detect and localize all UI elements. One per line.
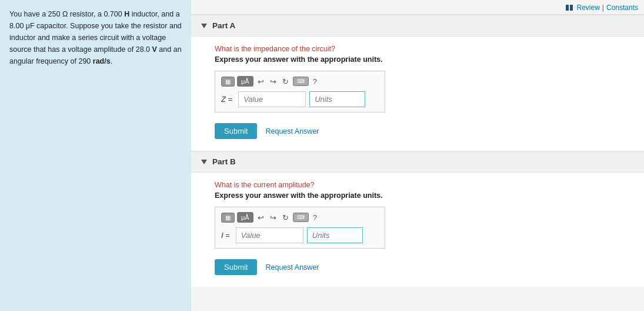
part-a-mu-btn[interactable]: μÅ [237,76,253,87]
top-bar: Review | Constants [191,0,644,15]
part-b-undo-btn[interactable]: ↩ [256,213,266,223]
part-a-request-answer-link[interactable]: Request Answer [265,127,319,135]
review-link[interactable]: Review [576,4,599,12]
part-a-eq-label: Z = [221,95,232,104]
part-b-question: What is the current amplitude? [215,181,620,189]
problem-text: You have a 250 Ω resistor, a 0.700 H ind… [9,10,182,65]
part-a-value-input[interactable] [238,91,306,107]
part-b-help-btn[interactable]: ? [311,213,319,223]
part-a-header[interactable]: Part A [191,15,644,37]
review-icon [566,5,574,11]
constants-link[interactable]: Constants [606,4,638,12]
part-b-mu-btn[interactable]: μÅ [237,212,253,223]
part-a-redo-btn[interactable]: ↪ [268,77,278,87]
part-b-input-row: I = [221,227,379,243]
part-b-triangle [201,160,207,164]
part-b-action-row: Submit Request Answer [215,259,620,275]
part-a-keyboard-btn[interactable]: ⌨ [293,77,309,86]
part-b-title: Part B [212,157,236,166]
part-b-units-input[interactable] [307,227,363,243]
part-a-help-btn[interactable]: ? [311,77,319,87]
part-b-redo-btn[interactable]: ↪ [268,213,278,223]
part-a-undo-btn[interactable]: ↩ [256,77,266,87]
part-b-answer-box: ▦ μÅ ↩ ↪ ↻ ⌨ ? I = [215,207,385,249]
part-a-section: Part A What is the impedance of the circ… [191,15,644,151]
part-a-body: What is the impedance of the circuit? Ex… [191,37,644,151]
part-b-grid-btn[interactable]: ▦ [221,213,235,223]
part-b-section: Part B What is the current amplitude? Ex… [191,151,644,287]
part-b-eq-label: I = [221,231,230,240]
separator: | [602,4,604,12]
part-b-submit-button[interactable]: Submit [215,259,257,275]
part-b-header[interactable]: Part B [191,151,644,173]
part-a-instruction: Express your answer with the appropriate… [215,55,620,64]
problem-description: You have a 250 Ω resistor, a 0.700 H ind… [0,0,191,311]
part-a-toolbar: ▦ μÅ ↩ ↪ ↻ ⌨ ? [221,76,379,87]
part-b-refresh-btn[interactable]: ↻ [281,213,291,223]
part-b-keyboard-btn[interactable]: ⌨ [293,213,309,222]
part-a-answer-box: ▦ μÅ ↩ ↪ ↻ ⌨ ? Z = [215,71,385,113]
right-panel: Review | Constants Part A What is the im… [191,0,644,311]
part-a-question: What is the impedance of the circuit? [215,45,620,53]
part-a-submit-button[interactable]: Submit [215,123,257,139]
part-a-grid-btn[interactable]: ▦ [221,77,235,87]
part-a-title: Part A [212,21,235,30]
part-b-toolbar: ▦ μÅ ↩ ↪ ↻ ⌨ ? [221,212,379,223]
part-b-instruction: Express your answer with the appropriate… [215,191,620,200]
part-a-refresh-btn[interactable]: ↻ [281,77,291,87]
part-a-units-input[interactable] [309,91,365,107]
part-a-triangle [201,24,207,28]
part-a-action-row: Submit Request Answer [215,123,620,139]
part-a-input-row: Z = [221,91,379,107]
part-b-value-input[interactable] [236,227,303,243]
part-b-body: What is the current amplitude? Express y… [191,173,644,287]
part-b-request-answer-link[interactable]: Request Answer [265,263,319,272]
